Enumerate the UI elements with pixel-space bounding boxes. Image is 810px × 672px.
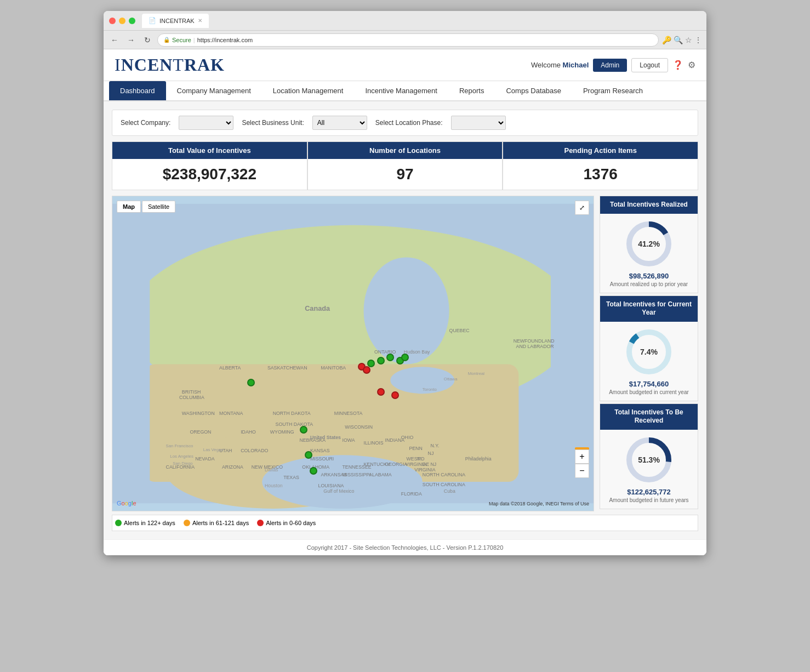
main-content: Select Company: Select Business Unit: Al… <box>104 101 706 539</box>
zoom-in-btn[interactable]: + <box>575 449 589 464</box>
nav-company-management[interactable]: Company Management <box>166 81 262 100</box>
svg-text:San Diego: San Diego <box>173 461 193 466</box>
filter-bar: Select Company: Select Business Unit: Al… <box>112 110 698 136</box>
forward-button[interactable]: → <box>124 33 138 47</box>
maximize-dot[interactable] <box>129 18 135 24</box>
incentives-future-card: Total Incentives To Be Received 51.3% $1… <box>600 403 698 509</box>
url-prefix: Secure <box>172 37 191 43</box>
svg-text:Gulf of Mexico: Gulf of Mexico <box>323 488 354 494</box>
svg-text:FLORIDA: FLORIDA <box>401 491 422 497</box>
svg-text:MISSOURI: MISSOURI <box>310 456 334 462</box>
svg-text:ARIZONA: ARIZONA <box>222 464 243 470</box>
map-marker[interactable] <box>377 388 385 396</box>
svg-text:Houston: Houston <box>265 483 283 488</box>
svg-text:NJ: NJ <box>428 451 434 456</box>
nav-location-management[interactable]: Location Management <box>262 81 355 100</box>
map-marker[interactable] <box>310 467 317 475</box>
key-icon[interactable]: 🔑 <box>662 36 671 44</box>
pending-header: Pending Action Items <box>503 142 698 159</box>
svg-text:Montreal: Montreal <box>468 371 485 376</box>
nav-reports[interactable]: Reports <box>448 81 495 100</box>
svg-text:MONTANA: MONTANA <box>219 411 243 416</box>
close-dot[interactable] <box>109 18 116 24</box>
settings-icon[interactable]: ⚙ <box>688 60 695 70</box>
svg-text:MINNESOTA: MINNESOTA <box>334 411 363 416</box>
nav-incentive-management[interactable]: Incentive Management <box>354 81 448 100</box>
welcome-text: Welcome Michael <box>531 61 589 69</box>
incentives-realized-body: 41.2% $98,526,890 Amount realized up to … <box>600 214 698 293</box>
svg-text:QUEBEC: QUEBEC <box>449 328 470 333</box>
pending-card: Pending Action Items 1376 <box>503 141 698 190</box>
refresh-button[interactable]: ↻ <box>141 33 154 47</box>
legend-item-green: Alerts in 122+ days <box>115 520 175 526</box>
svg-text:WASHINGTON: WASHINGTON <box>182 411 215 416</box>
map-marker[interactable] <box>401 354 409 361</box>
nav-comps-database[interactable]: Comps Database <box>495 81 572 100</box>
minimize-dot[interactable] <box>119 18 126 24</box>
svg-text:SOUTH DAKOTA: SOUTH DAKOTA <box>276 422 313 427</box>
svg-text:COLORADO: COLORADO <box>241 448 268 453</box>
header-right: Welcome Michael Admin Logout ❓ ⚙ <box>531 58 695 72</box>
num-locations-value: 97 <box>308 159 503 190</box>
app-footer: Copyright 2017 - Site Selection Technolo… <box>104 539 706 555</box>
legend-dot-yellow <box>184 520 190 526</box>
svg-text:WISCONSIN: WISCONSIN <box>345 424 373 430</box>
satellite-view-btn[interactable]: Satellite <box>142 201 175 213</box>
legend-item-yellow: Alerts in 61-121 days <box>184 520 249 526</box>
map-expand-btn[interactable]: ⤢ <box>575 201 589 215</box>
svg-text:Dallas: Dallas <box>265 467 278 472</box>
nav-program-research[interactable]: Program Research <box>572 81 654 100</box>
tab-close-btn[interactable]: ✕ <box>198 18 202 24</box>
total-value-header: Total Value of Incentives <box>112 142 307 159</box>
menu-icon[interactable]: ⋮ <box>694 36 702 44</box>
help-icon[interactable]: ❓ <box>672 60 683 70</box>
donut-chart-1: 41.2% <box>624 219 674 269</box>
app-logo: INCENTRAK <box>115 55 225 75</box>
zoom-out-btn[interactable]: − <box>575 464 589 478</box>
business-unit-label: Select Business Unit: <box>242 119 304 127</box>
address-bar[interactable]: 🔒 Secure | https://incentrak.com <box>157 33 659 47</box>
svg-text:NEVADA: NEVADA <box>195 456 215 462</box>
map-marker[interactable] <box>247 379 255 386</box>
app-header: INCENTRAK Welcome Michael Admin Logout ❓… <box>104 49 706 81</box>
tab-bar: 📄 INCENTRAK ✕ <box>142 14 701 28</box>
svg-text:OHIO: OHIO <box>401 435 414 440</box>
map-marker[interactable] <box>377 357 385 365</box>
svg-text:San Francisco: San Francisco <box>166 443 193 448</box>
svg-text:BRITISH: BRITISH <box>182 389 201 395</box>
pending-value: 1376 <box>503 159 698 190</box>
incentives-realized-card: Total Incentives Realized 41.2% $98,526,… <box>600 196 698 293</box>
stats-row: Total Value of Incentives $238,907,322 N… <box>112 141 698 190</box>
toolbar-icons: 🔑 🔍 ☆ ⋮ <box>662 36 702 44</box>
nav-dashboard[interactable]: Dashboard <box>109 81 166 100</box>
svg-text:Hudson Bay: Hudson Bay <box>404 349 430 355</box>
svg-text:IOWA: IOWA <box>342 437 355 443</box>
back-button[interactable]: ← <box>108 33 121 47</box>
location-phase-select[interactable] <box>451 116 506 130</box>
legend-dot-green <box>115 520 122 526</box>
map-marker[interactable] <box>305 451 312 459</box>
incentives-current-body: 7.4% $17,754,660 Amount budgeted in curr… <box>600 322 698 401</box>
company-label: Select Company: <box>121 119 170 127</box>
browser-tab[interactable]: 📄 INCENTRAK ✕ <box>142 14 209 28</box>
business-unit-select[interactable]: All <box>312 116 367 130</box>
incentives-realized-header: Total Incentives Realized <box>600 196 698 214</box>
donut-chart-3: 51.3% <box>624 435 674 485</box>
panel-amount-2: $17,754,660 <box>606 380 692 388</box>
admin-button[interactable]: Admin <box>593 59 627 72</box>
logout-button[interactable]: Logout <box>631 58 668 72</box>
map-view-btn[interactable]: Map <box>117 201 141 213</box>
svg-text:Philadelphia: Philadelphia <box>465 456 492 462</box>
map-marker[interactable] <box>391 391 399 399</box>
star-icon[interactable]: ☆ <box>685 36 692 44</box>
donut-label-2: 7.4% <box>640 348 658 356</box>
num-locations-card: Number of Locations 97 <box>307 141 503 190</box>
map-marker[interactable] <box>363 366 370 374</box>
search-icon[interactable]: 🔍 <box>674 36 683 44</box>
svg-text:ALBERTA: ALBERTA <box>219 365 241 371</box>
svg-text:MANITOBA: MANITOBA <box>321 365 346 371</box>
right-panel: Total Incentives Realized 41.2% $98,526,… <box>600 196 698 511</box>
nav-bar: Dashboard Company Management Location Ma… <box>104 81 706 101</box>
company-select[interactable] <box>179 116 233 130</box>
donut-chart-2: 7.4% <box>624 327 674 377</box>
